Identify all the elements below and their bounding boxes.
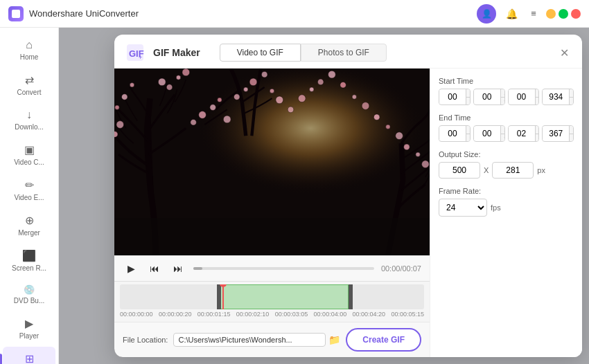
- svg-point-13: [182, 69, 190, 76]
- window-controls: [546, 9, 581, 19]
- sidebar-item-screen[interactable]: ⬛ Screen R...: [3, 244, 55, 277]
- sidebar-dvd-label: DVD Bu...: [14, 297, 44, 304]
- timeline-selection[interactable]: [217, 284, 349, 309]
- sidebar-video-edit-label: Video E...: [14, 194, 44, 201]
- start-time-label: Start Time: [439, 77, 574, 85]
- video-preview: [114, 69, 430, 255]
- svg-point-31: [352, 95, 356, 99]
- frame-rate-label: Frame Rate:: [439, 187, 574, 195]
- modal-title: GIF Maker: [153, 47, 200, 58]
- output-height-input[interactable]: [492, 162, 534, 179]
- start-minutes-down[interactable]: ▼: [501, 97, 505, 104]
- end-minutes-input[interactable]: ▲ ▼: [473, 125, 505, 142]
- svg-point-12: [176, 75, 180, 80]
- timeline-label-3: 00:00:02:10: [236, 311, 270, 318]
- prev-button[interactable]: ⏮: [146, 260, 163, 277]
- browse-button[interactable]: 📁: [328, 334, 340, 345]
- start-hours-down[interactable]: ▼: [466, 97, 471, 104]
- bell-icon-btn[interactable]: 🔔: [502, 4, 521, 24]
- app-logo-inner: [12, 10, 20, 18]
- start-seconds-down[interactable]: ▼: [536, 97, 540, 104]
- sidebar-download-label: Downlo...: [15, 123, 44, 131]
- end-seconds-down[interactable]: ▼: [536, 134, 540, 141]
- timeline-label-7: 00:00:05:15: [391, 311, 424, 318]
- end-hours-field[interactable]: [439, 127, 466, 140]
- start-time-group: Start Time ▲ ▼: [439, 77, 574, 105]
- sidebar-item-download[interactable]: ↓ Downlo...: [3, 103, 55, 136]
- start-hours-input[interactable]: ▲ ▼: [439, 89, 471, 105]
- file-location-bar: File Location: 📁 Create GIF: [114, 322, 430, 357]
- svg-rect-39: [114, 218, 430, 255]
- start-hours-field[interactable]: [439, 90, 466, 104]
- end-seconds-field[interactable]: [509, 127, 535, 140]
- minimize-button[interactable]: [546, 9, 556, 19]
- size-unit-label: px: [537, 166, 545, 174]
- start-ms-down[interactable]: ▼: [570, 97, 574, 104]
- start-seconds-field[interactable]: [509, 90, 535, 104]
- sidebar-item-video-compress[interactable]: ▣ Video C...: [3, 138, 55, 172]
- fps-select[interactable]: 24 30 15 10: [439, 199, 487, 217]
- next-button[interactable]: ⏭: [170, 260, 186, 277]
- end-hours-input[interactable]: ▲ ▼: [439, 125, 471, 142]
- svg-point-18: [223, 116, 231, 123]
- sidebar-item-home[interactable]: ⌂ Home: [3, 33, 55, 66]
- start-ms-input[interactable]: ▲ ▼: [542, 89, 574, 105]
- maximize-button[interactable]: [559, 9, 568, 19]
- sidebar-item-dvd[interactable]: 💿 DVD Bu...: [3, 279, 55, 310]
- sidebar-item-merger[interactable]: ⊕ Merger: [3, 208, 55, 242]
- gif-maker-modal: GIF + GIF Maker Video to GIF Photos to G…: [114, 35, 582, 357]
- end-ms-up[interactable]: ▲: [570, 126, 574, 134]
- start-seconds-input[interactable]: ▲ ▼: [508, 89, 540, 105]
- end-ms-field[interactable]: [543, 127, 569, 140]
- modal-gif-icon: GIF +: [125, 43, 145, 62]
- output-width-input[interactable]: [439, 162, 480, 179]
- timeline-track[interactable]: [120, 284, 424, 309]
- progress-bar[interactable]: [193, 267, 374, 270]
- modal-close-button[interactable]: ✕: [557, 46, 571, 60]
- svg-point-36: [404, 144, 410, 150]
- start-minutes-up[interactable]: ▲: [501, 89, 505, 97]
- timeline-label-0: 00:00:00:00: [120, 311, 153, 318]
- sidebar-item-convert[interactable]: ⇄ Convert: [3, 68, 55, 102]
- sidebar-item-toolbox[interactable]: ⊞ Toolbox: [3, 347, 55, 364]
- start-ms-up[interactable]: ▲: [570, 89, 574, 97]
- timeline-handle-left[interactable]: [217, 284, 221, 309]
- end-hours-down[interactable]: ▼: [466, 134, 471, 141]
- start-seconds-up[interactable]: ▲: [536, 89, 540, 97]
- svg-point-28: [317, 79, 324, 85]
- svg-point-35: [396, 132, 403, 140]
- svg-point-37: [416, 152, 420, 156]
- start-minutes-field[interactable]: [474, 90, 500, 104]
- sidebar-item-video-edit[interactable]: ✏ Video E...: [3, 173, 55, 207]
- start-ms-field[interactable]: [543, 90, 569, 104]
- end-minutes-down[interactable]: ▼: [501, 134, 505, 141]
- end-seconds-up[interactable]: ▲: [536, 126, 540, 134]
- end-ms-input[interactable]: ▲ ▼: [542, 125, 574, 142]
- start-hours-up[interactable]: ▲: [466, 89, 471, 97]
- user-icon-btn[interactable]: 👤: [477, 4, 496, 24]
- start-minutes-input[interactable]: ▲ ▼: [473, 89, 505, 105]
- svg-point-19: [234, 94, 240, 100]
- create-gif-button[interactable]: Create GIF: [346, 328, 421, 352]
- video-area: ▶ ⏮ ⏭ 00:00/00:07: [114, 69, 430, 357]
- timeline-playhead[interactable]: [222, 284, 224, 309]
- sidebar-item-player[interactable]: ▶ Player: [3, 311, 55, 345]
- end-ms-down[interactable]: ▼: [570, 134, 574, 141]
- svg-point-15: [199, 111, 206, 119]
- end-minutes-up[interactable]: ▲: [501, 126, 505, 134]
- play-button[interactable]: ▶: [123, 260, 139, 277]
- tab-photos-to-gif[interactable]: Photos to GIF: [301, 44, 387, 62]
- video-controls: ▶ ⏮ ⏭ 00:00/00:07: [114, 255, 430, 281]
- end-time-label: End Time: [439, 113, 574, 122]
- tab-video-to-gif[interactable]: Video to GIF: [220, 44, 301, 62]
- end-minutes-field[interactable]: [474, 127, 500, 140]
- close-window-button[interactable]: [571, 9, 581, 19]
- svg-point-34: [386, 125, 390, 129]
- menu-icon[interactable]: ≡: [527, 7, 540, 21]
- timeline-handle-right[interactable]: [349, 284, 353, 309]
- end-seconds-input[interactable]: ▲ ▼: [508, 125, 540, 142]
- end-hours-up[interactable]: ▲: [466, 126, 471, 134]
- file-location-input[interactable]: [173, 333, 326, 347]
- svg-point-24: [276, 96, 283, 104]
- timeline-label-4: 00:00:03:05: [275, 311, 308, 318]
